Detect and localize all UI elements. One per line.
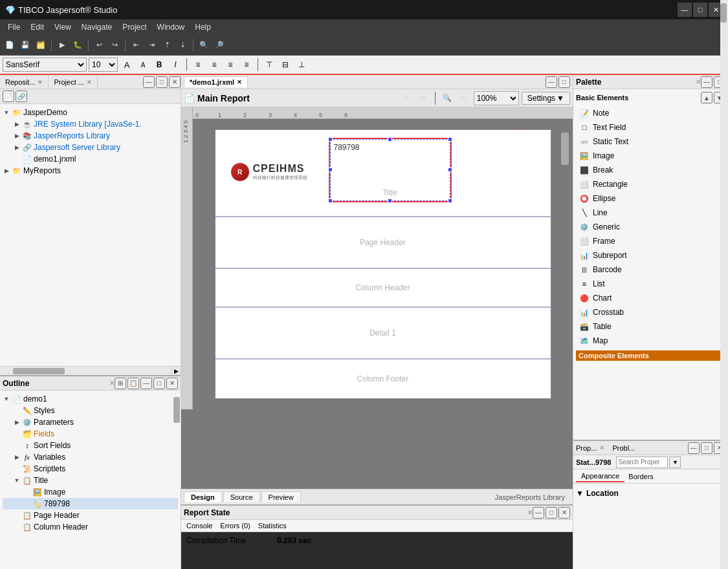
outline-toggle-variables[interactable]: ▶ [13, 453, 21, 461]
menu-help[interactable]: Help [190, 21, 216, 33]
report-snap-button[interactable]: ⊞ [399, 91, 414, 105]
rs-tab-errors[interactable]: Errors (0) [217, 521, 252, 530]
outline-icon2-button[interactable]: 📋 [127, 378, 139, 389]
handle-tc[interactable] [388, 137, 392, 142]
outline-scriptlets[interactable]: 📜 Scriptlets [3, 463, 178, 475]
toggle-serverlib[interactable]: ▶ [13, 144, 21, 151]
handle-bc[interactable] [388, 199, 392, 203]
align-bottom-button[interactable]: ⇣ [175, 38, 190, 52]
new-button[interactable]: 📄 [3, 38, 17, 52]
outline-title[interactable]: ▼ 📋 Title [3, 475, 178, 486]
palette-barcode[interactable]: ||| Barcode [576, 263, 725, 277]
outline-demo1[interactable]: ▼ 📄 demo1 [3, 393, 178, 405]
tab-demo1-jrxml[interactable]: *demo1.jrxml ✕ [184, 76, 248, 87]
outline-maximize-button[interactable]: □ [153, 378, 165, 389]
new-repo-button[interactable]: 📄 [3, 91, 14, 102]
menu-project[interactable]: Project [117, 21, 151, 33]
palette-up-btn[interactable]: ▲ [701, 92, 712, 103]
palette-image[interactable]: 🖼️ Image [576, 149, 725, 163]
outline-fields[interactable]: 🗂️ Fields [3, 428, 178, 440]
props-minimize-btn[interactable]: — [688, 442, 700, 454]
increase-font-button[interactable]: A [120, 58, 134, 72]
rs-close-btn[interactable]: ✕ [558, 507, 570, 519]
palette-generic[interactable]: ⚙️ Generic [576, 220, 725, 234]
handle-mr[interactable] [448, 167, 452, 172]
outline-pageheader[interactable]: 📋 Page Header [3, 510, 178, 521]
handle-bl[interactable] [328, 199, 333, 203]
settings-button[interactable]: Settings ▼ [522, 92, 570, 105]
tree-item-myreports[interactable]: ▶ 📁 MyReports [3, 165, 178, 177]
handle-tr[interactable] [448, 137, 452, 142]
props-tab-borders[interactable]: Borders [628, 473, 654, 480]
props-tab-problems[interactable]: Probl... [612, 444, 635, 452]
left-hscroll[interactable]: ▶ [0, 366, 181, 375]
decrease-font-button[interactable]: A [136, 58, 150, 72]
palette-textfield[interactable]: □ Text Field [576, 120, 725, 134]
tab-source[interactable]: Source [223, 491, 260, 502]
save-all-button[interactable]: 🗂️ [34, 38, 48, 52]
tree-item-jasperdemo[interactable]: ▼ 📁 JasperDemo [3, 107, 178, 118]
debug-button[interactable]: 🐛 [71, 38, 85, 52]
canvas-wrapper[interactable]: 1 2 3 4 5 0 1 2 3 4 5 6 [181, 107, 573, 489]
align-top-button[interactable]: ⇡ [160, 38, 174, 52]
italic-button[interactable]: I [168, 58, 182, 72]
font-family-select[interactable]: SansSerif Arial Times New Roman [3, 58, 87, 72]
palette-ellipse[interactable]: ⭕ Ellipse [576, 191, 725, 206]
props-search-dropdown[interactable]: ▼ [669, 456, 681, 468]
outline-sortfields[interactable]: ↕️ Sort Fields [3, 440, 178, 451]
canvas-vscroll[interactable] [561, 129, 570, 399]
palette-chart[interactable]: 🔴 Chart [576, 291, 725, 305]
tab-design[interactable]: Design [184, 491, 222, 502]
align-right-text-button[interactable]: ≡ [223, 58, 237, 72]
rs-minimize-btn[interactable]: — [533, 507, 544, 519]
tab-project[interactable]: Project ... ✕ [49, 75, 97, 89]
location-collapse-icon[interactable]: ▼ [576, 489, 584, 498]
toggle-jasperlib[interactable]: ▶ [13, 132, 21, 140]
valign-bottom-button[interactable]: ⊥ [294, 58, 309, 72]
editor-maximize-btn[interactable]: □ [558, 76, 570, 88]
minimize-button[interactable]: — [678, 3, 692, 17]
align-left-button[interactable]: ⇤ [129, 38, 143, 52]
outline-tree[interactable]: ▼ 📄 demo1 ✏️ Styles ▶ ⚙️ Parameters 🗂️ [0, 391, 181, 569]
project-tree[interactable]: ▼ 📁 JasperDemo ▶ ☕ JRE System Library [J… [0, 104, 181, 366]
menu-window[interactable]: Window [152, 21, 190, 33]
selected-element-container[interactable]: 789798 Title [329, 138, 452, 202]
bold-button[interactable]: B [152, 58, 166, 72]
menu-navigate[interactable]: Navigate [76, 21, 117, 33]
palette-break[interactable]: ⬛ Break [576, 163, 725, 177]
outline-minimize-button[interactable]: — [140, 378, 152, 389]
outline-toggle-params[interactable]: ▶ [13, 418, 21, 426]
handle-br[interactable] [448, 199, 452, 203]
outline-vscroll[interactable] [173, 391, 181, 569]
tree-item-jre[interactable]: ▶ ☕ JRE System Library [JavaSe-1. [3, 118, 178, 130]
rs-tab-statistics[interactable]: Statistics [256, 521, 289, 530]
toggle-myreports[interactable]: ▶ [3, 167, 10, 175]
props-tab-appearance[interactable]: Appearance [576, 471, 624, 482]
align-center-text-button[interactable]: ≡ [207, 58, 221, 72]
zoom-in-button[interactable]: 🔍 [197, 38, 211, 52]
outline-toggle-demo1[interactable]: ▼ [3, 395, 10, 403]
tree-item-serverlib[interactable]: ▶ 🔗 Jaspersoft Server Library [3, 142, 178, 153]
outline-parameters[interactable]: ▶ ⚙️ Parameters [3, 416, 178, 428]
canvas-vscroll-thumb[interactable] [561, 133, 569, 165]
report-page[interactable]: R CPEIHMS 科技银行科技健康管理系统 [215, 129, 551, 399]
close-panel-button[interactable]: ✕ [169, 76, 181, 88]
outline-scroll-thumb[interactable] [173, 397, 180, 423]
font-size-select[interactable]: 10 8 12 14 16 [89, 58, 118, 72]
palette-subreport[interactable]: 📊 Subreport [576, 248, 725, 263]
toggle-jre[interactable]: ▶ [13, 120, 21, 128]
palette-line[interactable]: ╲ Line [576, 206, 725, 220]
editor-minimize-btn[interactable]: — [546, 76, 557, 88]
justify-text-button[interactable]: ≡ [239, 58, 254, 72]
valign-middle-button[interactable]: ⊟ [278, 58, 292, 72]
hscroll-right-btn[interactable]: ▶ [171, 367, 181, 376]
valign-top-button[interactable]: ⊤ [262, 58, 276, 72]
outline-styles[interactable]: ✏️ Styles [3, 405, 178, 416]
zoom-fit-btn[interactable]: ⊞ [457, 91, 471, 105]
outline-icon1-button[interactable]: ⊞ [115, 378, 126, 389]
palette-note[interactable]: 📝 Note [576, 106, 725, 120]
outline-variables[interactable]: ▶ fx Variables [3, 451, 178, 463]
tab-project-close[interactable]: ✕ [87, 79, 92, 85]
palette-rectangle[interactable]: ⬜ Rectangle [576, 177, 725, 191]
outline-columnheader[interactable]: 📋 Column Header [3, 521, 178, 533]
